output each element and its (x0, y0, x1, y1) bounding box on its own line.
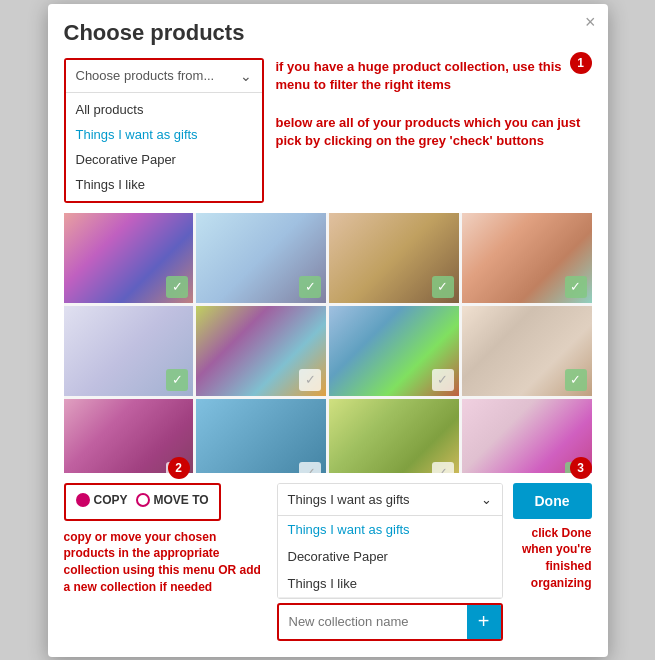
product-item[interactable]: ✓ (196, 306, 326, 396)
badge-3: 3 (570, 457, 592, 479)
done-area: Done click Done when you're finished org… (513, 483, 592, 592)
collection-option-gifts[interactable]: Things I want as gifts (278, 516, 502, 543)
filter-annotation: if you have a huge product collection, u… (276, 58, 592, 94)
product-check-icon[interactable]: ✓ (432, 369, 454, 391)
page-title: Choose products (64, 20, 592, 46)
close-button[interactable]: × (585, 12, 596, 33)
product-check-icon[interactable]: ✓ (299, 276, 321, 298)
filter-option-gifts[interactable]: Things I want as gifts (66, 122, 262, 147)
done-button[interactable]: Done (513, 483, 592, 519)
badge-2: 2 (168, 457, 190, 479)
product-item[interactable]: ✓ (329, 399, 459, 473)
annotation-right: if you have a huge product collection, u… (276, 58, 592, 151)
product-grid: ✓ ✓ ✓ ✓ ✓ ✓ ✓ ✓ ✓ (64, 213, 592, 473)
product-check-icon[interactable]: ✓ (299, 369, 321, 391)
product-item[interactable]: ✓ (329, 306, 459, 396)
copy-move-row: COPY MOVE TO (76, 493, 209, 507)
product-item[interactable]: ✓ (329, 213, 459, 303)
done-annotation: click Done when you're finished organizi… (513, 525, 592, 592)
collection-column: Things I want as gifts ⌄ Things I want a… (277, 483, 503, 641)
collection-dropdown-toggle[interactable]: Things I want as gifts ⌄ (278, 484, 502, 516)
product-check-icon[interactable]: ✓ (565, 276, 587, 298)
product-check-icon[interactable]: ✓ (166, 276, 188, 298)
move-label: MOVE TO (154, 493, 209, 507)
product-item[interactable]: ✓ (462, 306, 592, 396)
filter-area: Choose products from... ⌄ All products T… (64, 58, 264, 203)
product-check-icon[interactable]: ✓ (565, 369, 587, 391)
collection-selected: Things I want as gifts (288, 492, 410, 507)
copy-move-column: COPY MOVE TO copy or move your chosen pr… (64, 483, 267, 596)
collection-dropdown-wrapper: Things I want as gifts ⌄ Things I want a… (277, 483, 503, 599)
product-grid-wrapper: ✓ ✓ ✓ ✓ ✓ ✓ ✓ ✓ ✓ (64, 213, 592, 473)
bottom-section: COPY MOVE TO copy or move your chosen pr… (64, 483, 592, 641)
filter-dropdown-toggle[interactable]: Choose products from... ⌄ (66, 60, 262, 93)
chevron-down-icon: ⌄ (481, 492, 492, 507)
filter-option-decorative[interactable]: Decorative Paper (66, 147, 262, 172)
filter-option-like[interactable]: Things I like (66, 172, 262, 197)
product-check-icon[interactable]: ✓ (166, 369, 188, 391)
product-item[interactable]: ✓ (196, 213, 326, 303)
chevron-down-icon: ⌄ (240, 68, 252, 84)
copy-move-annotation: copy or move your chosen products in the… (64, 529, 267, 596)
add-collection-button[interactable]: + (467, 605, 501, 639)
copy-move-area: COPY MOVE TO (64, 483, 221, 521)
modal: × Choose products 1 Choose products from… (48, 4, 608, 657)
collection-option-like[interactable]: Things I like (278, 570, 502, 597)
product-item[interactable]: ✓ (64, 213, 194, 303)
copy-radio[interactable] (76, 493, 90, 507)
top-section: Choose products from... ⌄ All products T… (64, 58, 592, 203)
collection-options-list: Things I want as gifts Decorative Paper … (278, 516, 502, 598)
filter-option-all[interactable]: All products (66, 97, 262, 122)
copy-radio-group[interactable]: COPY (76, 493, 128, 507)
badge-1: 1 (570, 52, 592, 74)
copy-label: COPY (94, 493, 128, 507)
filter-options-list: All products Things I want as gifts Deco… (66, 93, 262, 201)
product-item[interactable]: ✓ (462, 213, 592, 303)
product-check-icon[interactable]: ✓ (299, 462, 321, 473)
product-check-icon[interactable]: ✓ (432, 276, 454, 298)
new-collection-input[interactable] (279, 607, 467, 636)
move-radio-group[interactable]: MOVE TO (136, 493, 209, 507)
new-collection-area: + (277, 603, 503, 641)
grid-annotation: below are all of your products which you… (276, 114, 592, 150)
product-check-icon[interactable]: ✓ (432, 462, 454, 473)
move-radio[interactable] (136, 493, 150, 507)
product-item[interactable]: ✓ (196, 399, 326, 473)
collection-option-decorative[interactable]: Decorative Paper (278, 543, 502, 570)
filter-placeholder: Choose products from... (76, 68, 215, 83)
product-item[interactable]: ✓ (64, 306, 194, 396)
